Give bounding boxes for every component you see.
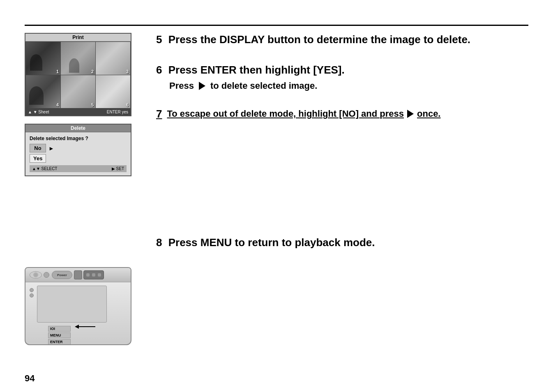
step-7-text: To escape out of delete mode, highlight … (167, 108, 404, 119)
step-5-heading: 5 Press the DISPLAY button to determine … (156, 33, 528, 47)
step-6-text: Press ENTER then highlight [YES]. (168, 64, 345, 76)
camera-right (110, 286, 127, 323)
triangle-right-icon-2 (407, 110, 414, 118)
print-cell-1: 1 (26, 42, 60, 75)
step-6-sub: Press to delete selected image. (156, 81, 528, 91)
step-6-number: 6 (156, 64, 162, 76)
triangle-right-icon (199, 82, 205, 90)
left-column: Print 1 2 3 4 5 6 ▲ ▼ Sheet ENTER yes (25, 33, 140, 176)
print-grid: 1 2 3 4 5 6 (25, 42, 131, 108)
camera-bottom-buttons: IOI MENU ENTER (25, 326, 131, 345)
right-column: 5 Press the DISPLAY button to determine … (156, 33, 528, 137)
delete-footer-left: ▲▼ SELECT (32, 166, 57, 171)
step-6-heading: 6 Press ENTER then highlight [YES]. (156, 63, 528, 77)
print-cell-3: 3 (96, 42, 130, 75)
camera-left-buttons (30, 288, 34, 323)
print-screen-title: Print (25, 34, 131, 42)
delete-footer-right: ▶ SET (112, 166, 124, 171)
step-8-number: 8 (156, 236, 162, 249)
cell-num-4: 4 (56, 102, 59, 107)
step-5: 5 Press the DISPLAY button to determine … (156, 33, 528, 47)
camera-screen (37, 286, 107, 323)
print-footer-right: ENTER yes (107, 110, 128, 114)
delete-no-label: No (30, 144, 46, 152)
step-7-number: 7 (156, 108, 162, 120)
print-footer-left: ▲ ▼ Sheet (28, 110, 49, 114)
print-screen: Print 1 2 3 4 5 6 ▲ ▼ Sheet ENTER yes (25, 33, 131, 116)
menu-arrow-indicator (75, 325, 95, 329)
power-button: Power (52, 271, 72, 279)
step-7-suffix: once. (417, 108, 440, 119)
camera-ioi-button: IOI (48, 326, 71, 332)
step-6-press-word: Press (169, 81, 194, 91)
top-border (25, 25, 528, 26)
print-cell-6: 6 (96, 75, 130, 108)
delete-footer: ▲▼ SELECT ▶ SET (30, 165, 127, 172)
print-cell-5: 5 (61, 75, 95, 108)
step-8-text: Press MENU to return to playback mode. (168, 236, 375, 249)
cell-num-1: 1 (56, 69, 59, 74)
page-number: 94 (25, 373, 35, 384)
camera-body: Power IOI MENU ENTER (25, 267, 131, 345)
delete-yes-label: Yes (30, 154, 46, 163)
cell-num-6: 6 (126, 102, 129, 107)
camera-mockup: Power IOI MENU ENTER (25, 267, 136, 353)
cell-num-3: 3 (126, 69, 129, 74)
delete-question: Delete selected Images ? (30, 136, 127, 141)
delete-option-yes: Yes (30, 154, 127, 163)
delete-screen-body: Delete selected Images ? No ► Yes ▲▼ SEL… (25, 132, 131, 175)
cell-num-2: 2 (91, 69, 94, 74)
step-6-sub-text: to delete selected image. (210, 81, 317, 91)
delete-screen-title: Delete (25, 125, 131, 132)
delete-screen: Delete Delete selected Images ? No ► Yes… (25, 124, 131, 176)
camera-menu-button: MENU (48, 332, 71, 338)
step-5-number: 5 (156, 33, 162, 46)
delete-no-arrow: ► (48, 145, 54, 152)
print-footer: ▲ ▼ Sheet ENTER yes (25, 108, 131, 115)
step-8-heading: 8 Press MENU to return to playback mode. (156, 236, 375, 249)
step-7: 7 To escape out of delete mode, highligh… (156, 108, 528, 120)
camera-enter-button: ENTER (48, 339, 71, 345)
step-5-text: Press the DISPLAY button to determine th… (168, 33, 470, 46)
camera-top: Power (25, 268, 131, 282)
step-6: 6 Press ENTER then highlight [YES]. Pres… (156, 63, 528, 91)
print-cell-2: 2 (61, 42, 95, 75)
print-cell-4: 4 (26, 75, 60, 108)
delete-option-no: No ► (30, 144, 127, 152)
cell-num-5: 5 (91, 102, 94, 107)
